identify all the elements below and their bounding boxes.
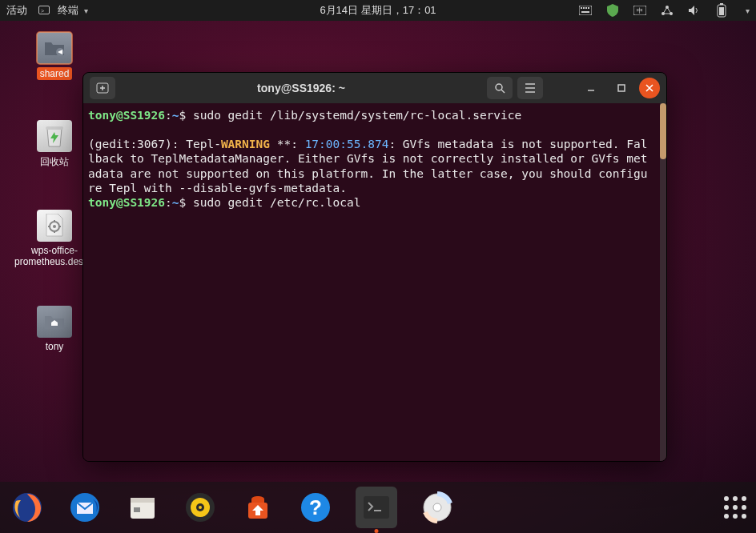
dock-app-help[interactable]: ? [298, 490, 333, 525]
shield-icon[interactable] [606, 4, 619, 17]
app-menu[interactable]: >_ 终端 ▾ [38, 3, 88, 18]
svg-point-17 [53, 225, 56, 228]
dock-app-disc[interactable] [420, 490, 455, 525]
desktop-icon-label: shared [37, 67, 73, 80]
terminal-line: tony@SS1926:~$ sudo gedit /etc/rc.local [88, 195, 653, 210]
svg-text:?: ? [309, 495, 322, 519]
battery-icon[interactable] [715, 4, 728, 17]
svg-rect-20 [618, 85, 625, 91]
svg-rect-1 [581, 7, 582, 9]
svg-rect-3 [585, 7, 587, 9]
chevron-down-icon: ▾ [84, 6, 88, 15]
input-method-icon[interactable]: 中 [633, 4, 646, 17]
terminal-line [88, 122, 653, 137]
dock-app-rhythmbox[interactable] [183, 490, 218, 525]
dock-app-software[interactable] [240, 490, 275, 525]
svg-text:中: 中 [637, 7, 643, 14]
help-icon: ? [300, 491, 332, 523]
minimize-icon [586, 83, 596, 93]
svg-rect-2 [583, 7, 585, 9]
folder-icon [37, 32, 72, 64]
prompt-path: ~ [172, 196, 179, 209]
dock-app-thunderbird[interactable] [67, 490, 103, 525]
timestamp: 17:00:55.874 [305, 138, 389, 150]
clock[interactable]: 6月14日 星期日，17：01 [320, 3, 436, 18]
svg-rect-33 [364, 496, 389, 519]
window-titlebar[interactable]: tony@SS1926: ~ [83, 73, 666, 103]
trash-icon [37, 120, 72, 152]
dock-app-files[interactable] [125, 490, 160, 525]
show-applications-button[interactable] [724, 496, 746, 519]
terminal-window: tony@SS1926: ~ tony@SS1926:~$ sudo gedit… [82, 72, 667, 462]
volume-icon[interactable] [688, 4, 701, 17]
terminal-line: tony@SS1926:~$ sudo gedit /lib/systemd/s… [88, 108, 653, 122]
activities-button[interactable]: 活动 [6, 3, 27, 18]
prompt-path: ~ [172, 109, 179, 122]
software-icon [242, 491, 274, 523]
close-icon [645, 84, 653, 92]
terminal-line: (gedit:3067): Tepl-WARNING **: 17:00:55.… [88, 137, 653, 195]
desktop-icon-label: 回收站 [40, 156, 69, 167]
minimize-button[interactable] [578, 77, 604, 99]
prompt-user: tony@SS1926 [88, 109, 165, 122]
svg-rect-15 [46, 126, 63, 130]
command-text: sudo gedit /etc/rc.local [193, 196, 361, 209]
firefox-icon [11, 491, 43, 523]
dock-app-terminal[interactable] [356, 487, 397, 528]
prompt-user: tony@SS1926 [88, 196, 165, 209]
maximize-button[interactable] [609, 77, 634, 99]
terminal-icon [360, 491, 392, 523]
svg-point-19 [496, 84, 502, 90]
hamburger-icon [525, 83, 536, 93]
warning-label: WARNING [221, 138, 270, 150]
network-icon[interactable] [661, 4, 674, 17]
new-tab-button[interactable] [90, 77, 115, 99]
desktop-icon-shared[interactable]: shared [14, 32, 94, 80]
disc-icon [421, 491, 453, 523]
command-text: sudo gedit /lib/systemd/system/rc-local.… [193, 109, 521, 122]
search-icon [494, 82, 505, 94]
dock-app-firefox[interactable] [10, 490, 45, 525]
rhythmbox-icon [184, 491, 216, 523]
svg-point-29 [199, 506, 202, 509]
window-title: tony@SS1926: ~ [120, 82, 482, 94]
terminal-body[interactable]: tony@SS1926:~$ sudo gedit /lib/systemd/s… [83, 103, 666, 461]
thunderbird-icon [69, 491, 101, 523]
svg-rect-13 [719, 7, 724, 15]
maximize-icon [617, 83, 626, 93]
files-icon [127, 491, 159, 523]
file-icon [37, 210, 72, 242]
search-button[interactable] [487, 77, 513, 99]
desktop-icon-label: tony [46, 341, 64, 352]
dock: ? [0, 482, 756, 533]
system-menu-caret-icon[interactable]: ▾ [746, 6, 750, 15]
svg-rect-5 [581, 11, 589, 13]
svg-rect-0 [579, 6, 592, 15]
svg-rect-25 [134, 507, 140, 512]
keyboard-icon[interactable] [579, 4, 592, 17]
top-bar: 活动 >_ 终端 ▾ 6月14日 星期日，17：01 中 ▾ [0, 0, 756, 21]
terminal-indicator-icon: >_ [38, 6, 50, 14]
svg-point-36 [433, 503, 441, 511]
app-menu-label: 终端 [58, 4, 78, 16]
hamburger-menu-button[interactable] [517, 77, 543, 99]
svg-rect-4 [588, 7, 589, 9]
close-button[interactable] [639, 78, 660, 98]
home-folder-icon [37, 306, 72, 338]
svg-rect-24 [131, 498, 155, 503]
